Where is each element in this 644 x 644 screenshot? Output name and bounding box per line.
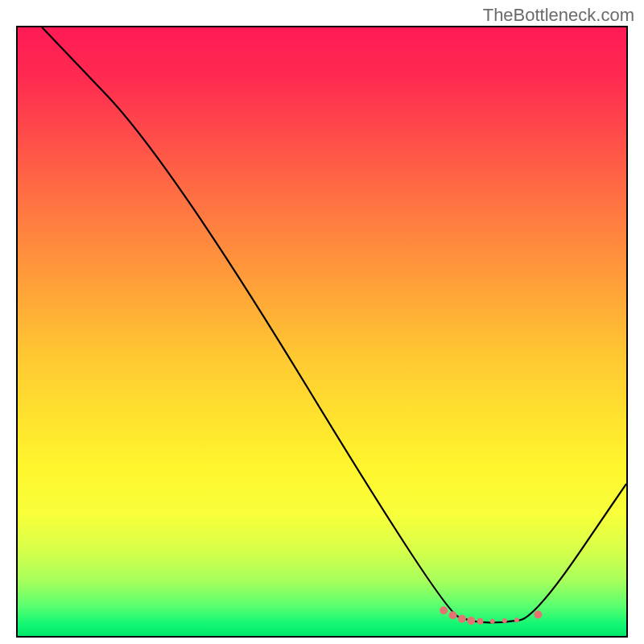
bottleneck-curve [42,27,626,622]
chart-svg [18,27,626,636]
plot-area [16,26,628,638]
marker-dot [440,606,448,614]
marker-dot [502,618,507,623]
marker-dot [467,617,475,625]
marker-dot [477,618,484,625]
marker-group [440,606,542,625]
watermark-label: TheBottleneck.com [483,5,634,26]
chart-container: TheBottleneck.com [0,0,644,644]
marker-dot [514,617,519,622]
marker-dot [534,611,542,619]
marker-dot [458,615,466,623]
curve-group [42,27,626,622]
marker-dot [490,619,495,624]
marker-dot [449,611,457,619]
